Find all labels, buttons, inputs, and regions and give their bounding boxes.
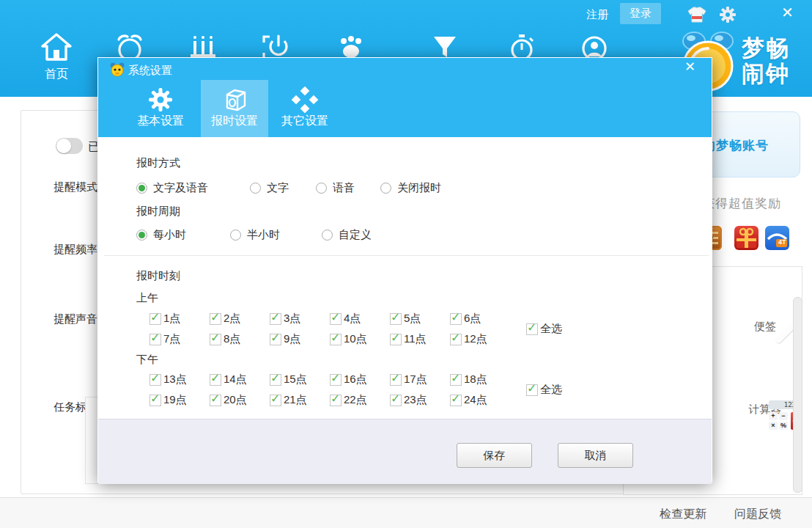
dialog-close-button[interactable]: ✕	[684, 59, 695, 75]
dialog-title: 系统设置	[128, 64, 172, 78]
checkbox-icon: ✓	[390, 395, 402, 406]
tab-label: 报时设置	[201, 114, 268, 129]
hour-checkbox-4[interactable]: ✓4点	[330, 312, 361, 326]
tab-other-settings[interactable]: 其它设置	[271, 80, 339, 137]
tab-announce-settings[interactable]: 报时设置	[201, 80, 268, 137]
radio-icon	[316, 183, 327, 194]
hour-checkbox-7[interactable]: ✓7点	[150, 332, 180, 346]
checkbox-icon: ✓	[270, 395, 281, 406]
hour-checkbox-6[interactable]: ✓6点	[450, 312, 481, 326]
checkbox-icon: ✓	[270, 334, 281, 345]
pm-select-all-checkbox[interactable]: ✓全选	[526, 383, 562, 397]
hour-checkbox-8[interactable]: ✓8点	[210, 332, 240, 346]
am-select-all-checkbox[interactable]: ✓全选	[526, 322, 562, 336]
right-scrollbar[interactable]	[793, 297, 802, 493]
radio-text-only[interactable]: 文字	[250, 181, 289, 195]
hour-checkbox-23[interactable]: ✓23点	[390, 393, 427, 407]
hour-checkbox-21[interactable]: ✓21点	[270, 393, 307, 407]
dialog-alarm-icon	[109, 62, 125, 77]
hour-checkbox-3[interactable]: ✓3点	[270, 312, 300, 326]
checkbox-icon: ✓	[526, 384, 538, 396]
radio-half-hour[interactable]: 半小时	[230, 228, 280, 242]
hour-checkbox-22[interactable]: ✓22点	[330, 393, 367, 407]
checkbox-icon: ✓	[270, 374, 281, 386]
gear-tab-icon	[127, 87, 194, 113]
logo-text: 梦畅 闹钟	[742, 35, 790, 87]
hour-checkbox-18[interactable]: ✓18点	[450, 373, 487, 386]
checkbox-icon: ✓	[150, 395, 161, 406]
notes-tool-button[interactable]: 便签	[739, 314, 791, 334]
hour-checkbox-10[interactable]: ✓10点	[330, 332, 367, 346]
radio-announce-off[interactable]: 关闭报时	[380, 181, 441, 195]
checkbox-icon: ✓	[526, 323, 538, 335]
login-button[interactable]: 登录	[620, 3, 661, 24]
nav-item-label: 首页	[31, 67, 82, 82]
checkbox-icon: ✓	[450, 313, 462, 325]
hour-checkbox-1[interactable]: ✓1点	[150, 312, 180, 326]
reminder-frequency-label: 提醒频率	[53, 243, 97, 257]
disturb-toggle[interactable]	[56, 138, 83, 154]
cancel-button[interactable]: 取消	[558, 443, 633, 468]
system-settings-dialog: 系统设置 ✕ 基本设置	[97, 57, 712, 483]
dialog-body: 报时方式 文字及语音 文字 语音 关闭报时 报时周期 每小时	[98, 137, 712, 419]
register-link[interactable]: 注册	[586, 8, 608, 22]
tab-basic-settings[interactable]: 基本设置	[127, 80, 194, 137]
checkbox-icon: ✓	[330, 395, 342, 406]
radio-icon	[380, 183, 391, 194]
hour-checkbox-24[interactable]: ✓24点	[450, 393, 487, 407]
checkbox-icon: ✓	[150, 313, 161, 325]
checkbox-icon: ✓	[450, 395, 462, 406]
hour-checkbox-5[interactable]: ✓5点	[390, 312, 421, 326]
checkbox-icon: ✓	[210, 395, 221, 406]
hour-checkbox-20[interactable]: ✓20点	[210, 393, 247, 407]
check-update-link[interactable]: 检查更新	[660, 507, 706, 522]
dialog-header: 系统设置 ✕ 基本设置	[98, 58, 712, 137]
travel-reward-icon[interactable]: 4T	[765, 226, 789, 250]
hour-checkbox-2[interactable]: ✓2点	[210, 312, 240, 326]
calculator-keys: +− ×%	[769, 412, 788, 430]
hour-checkbox-15[interactable]: ✓15点	[270, 373, 307, 386]
toggle-knob	[56, 139, 71, 153]
home-icon	[40, 32, 73, 62]
checkbox-icon: ✓	[390, 374, 402, 386]
nav-item-home[interactable]: 首页	[31, 32, 82, 82]
radio-voice-only[interactable]: 语音	[316, 181, 355, 195]
hour-checkbox-19[interactable]: ✓19点	[150, 393, 187, 407]
hour-checkbox-17[interactable]: ✓17点	[390, 373, 427, 386]
reward-badge-text: 4T	[778, 238, 786, 246]
bottom-status-bar: 检查更新 问题反馈	[0, 497, 812, 528]
diamonds-tab-icon	[271, 87, 339, 113]
checkbox-icon: ✓	[330, 374, 342, 386]
period-section-label: 报时周期	[136, 205, 180, 219]
feedback-link[interactable]: 问题反馈	[734, 507, 781, 522]
hour-checkbox-16[interactable]: ✓16点	[330, 373, 367, 386]
window-close-button[interactable]: ✕	[781, 5, 794, 20]
dialog-footer: 保存 取消	[98, 419, 712, 484]
tab-label: 基本设置	[127, 114, 194, 129]
radio-every-hour[interactable]: 每小时	[136, 228, 186, 242]
reminder-mode-label: 提醒模式	[53, 180, 97, 194]
hour-checkbox-9[interactable]: ✓9点	[270, 332, 300, 346]
radio-icon	[136, 230, 147, 241]
gift-reward-icon[interactable]	[734, 226, 759, 250]
radio-text-and-voice[interactable]: 文字及语音	[136, 181, 208, 195]
hour-checkbox-12[interactable]: ✓12点	[450, 332, 487, 346]
save-button[interactable]: 保存	[457, 443, 532, 468]
checkbox-icon: ✓	[210, 374, 221, 386]
hour-checkbox-14[interactable]: ✓14点	[210, 373, 247, 386]
settings-gear-icon[interactable]	[719, 6, 737, 26]
checkbox-icon: ✓	[390, 334, 402, 345]
radio-icon	[230, 230, 241, 241]
checkbox-icon: ✓	[330, 334, 342, 345]
radio-custom[interactable]: 自定义	[322, 228, 372, 242]
hour-checkbox-11[interactable]: ✓11点	[390, 332, 427, 346]
section-divider	[104, 255, 709, 256]
pm-group-label: 下午	[136, 353, 158, 367]
hour-checkbox-13[interactable]: ✓13点	[150, 373, 187, 386]
checkbox-icon: ✓	[450, 374, 462, 386]
app-window: 首页	[0, 0, 812, 528]
skin-shirt-icon[interactable]	[687, 5, 707, 27]
reminder-sound-label: 提醒声音	[53, 312, 97, 326]
calculator-tool-button[interactable]: 123 +− ×% − 计算器	[739, 397, 791, 417]
checkbox-icon: ✓	[450, 334, 462, 345]
